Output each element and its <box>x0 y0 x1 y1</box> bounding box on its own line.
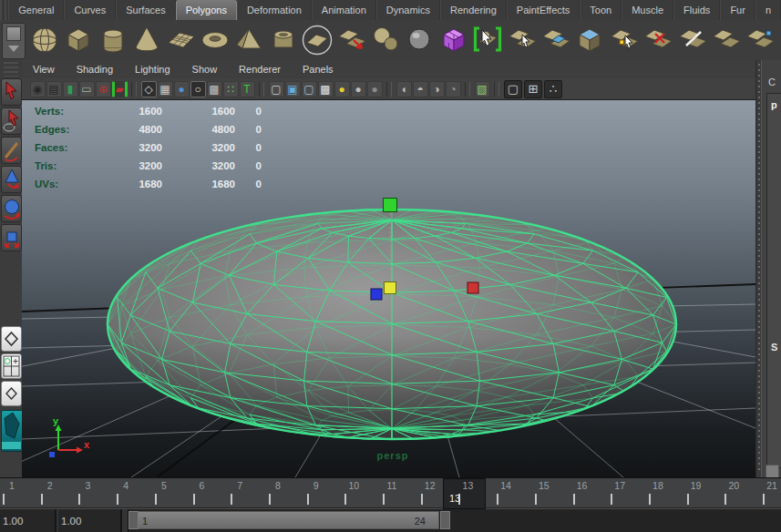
select-tool-button[interactable] <box>1 78 22 106</box>
smooth-mesh-icon[interactable] <box>336 23 367 56</box>
pan-zoom-icon[interactable]: ⊕ <box>96 81 111 97</box>
append-polygon-icon[interactable] <box>507 23 538 56</box>
frame-tick[interactable] <box>3 494 5 505</box>
frame-tick[interactable] <box>611 494 612 505</box>
manipulator-center-handle[interactable] <box>385 282 396 294</box>
poly-display-icon[interactable]: ▢ <box>504 80 522 98</box>
tab-deformation[interactable]: Deformation <box>237 0 312 20</box>
frame-number[interactable]: 16 <box>577 480 588 491</box>
grease-pencil-icon[interactable]: ▰ <box>112 81 128 97</box>
frame-tick[interactable] <box>307 494 309 505</box>
menu-shading[interactable]: Shading <box>66 64 124 75</box>
layout-four-pane-button[interactable] <box>1 353 22 379</box>
tab-curves[interactable]: Curves <box>64 0 116 20</box>
tab-animation[interactable]: Animation <box>312 0 376 20</box>
frame-tick[interactable] <box>724 494 726 505</box>
range-slider-track[interactable]: 1 24 <box>128 509 781 532</box>
flat-light-icon[interactable]: ◓ <box>413 81 428 97</box>
film-gate-icon[interactable]: ▦ <box>158 81 173 97</box>
default-light-icon[interactable]: ● <box>334 81 350 97</box>
hull-cube-icon[interactable]: ▢ <box>302 81 317 97</box>
frame-tick[interactable] <box>155 494 157 505</box>
frame-number[interactable]: 17 <box>614 480 625 491</box>
poly-platonic-icon[interactable] <box>302 23 333 56</box>
tab-polygons[interactable]: Polygons <box>176 0 237 20</box>
poly-pyramid-icon[interactable] <box>233 23 264 56</box>
menu-renderer[interactable]: Renderer <box>228 64 292 75</box>
poly-cone-icon[interactable] <box>131 23 162 56</box>
layout-single-pane-button[interactable] <box>1 326 22 352</box>
frame-tick[interactable] <box>231 494 232 505</box>
combine-icon[interactable] <box>540 23 571 56</box>
playback-start-field[interactable]: 1.00 <box>0 509 57 532</box>
frame-number[interactable]: 1 <box>9 480 15 491</box>
frame-tick[interactable] <box>497 494 498 505</box>
frame-number[interactable]: 5 <box>161 480 167 491</box>
add-divisions-icon[interactable] <box>745 23 776 56</box>
image-plane-icon[interactable]: ▭ <box>79 81 95 97</box>
shadows-icon[interactable]: ● <box>367 81 383 97</box>
lasso-tool-button[interactable] <box>1 107 22 135</box>
frame-number[interactable]: 6 <box>200 480 205 491</box>
subdiv-cube-icon[interactable]: ▢ <box>269 81 284 97</box>
layered-display-icon[interactable]: ⊞ <box>524 80 542 98</box>
frame-tick[interactable] <box>78 494 80 505</box>
frame-tick[interactable] <box>269 494 271 505</box>
menu-panels[interactable]: Panels <box>292 64 344 75</box>
frame-number[interactable]: 10 <box>348 480 359 491</box>
sculpt-geometry-icon[interactable] <box>370 23 401 56</box>
viewport[interactable]: Verts:160016000Edges:480048000Faces:3200… <box>22 100 755 477</box>
tab-n[interactable]: n <box>755 0 781 20</box>
tab-surfaces[interactable]: Surfaces <box>116 0 175 20</box>
checker-icon[interactable]: ▩ <box>318 81 334 97</box>
rotate-tool-button[interactable] <box>1 195 22 222</box>
tab-painteffects[interactable]: PaintEffects <box>507 0 581 20</box>
bookmark-icon[interactable]: ▮ <box>63 81 78 97</box>
poly-pipe-icon[interactable] <box>268 23 299 56</box>
layout-preset-button[interactable] <box>1 410 24 452</box>
shelf-switcher-dropdown-icon[interactable] <box>8 46 19 52</box>
animation-start-field[interactable]: 1.00 <box>58 509 122 532</box>
frame-number[interactable]: 14 <box>500 480 511 491</box>
xray-mode-icon[interactable]: ▩ <box>207 81 222 97</box>
isolate-select-icon[interactable]: ▧ <box>475 81 490 97</box>
range-slider-right-handle[interactable] <box>440 511 450 529</box>
offset-edge-loop-icon[interactable] <box>711 23 742 56</box>
frame-number[interactable]: 9 <box>313 480 319 491</box>
tab-fur[interactable]: Fur <box>720 0 755 20</box>
frame-number[interactable]: 3 <box>85 480 90 491</box>
frame-number[interactable]: 7 <box>237 480 242 491</box>
move-tool-button[interactable] <box>1 166 22 193</box>
range-slider-range[interactable]: 1 24 <box>133 511 439 529</box>
poly-cylinder-icon[interactable] <box>98 23 128 56</box>
all-lights-icon[interactable]: ● <box>351 81 366 97</box>
tab-rendering[interactable]: Rendering <box>440 0 507 20</box>
time-slider[interactable]: 13 123456789101112131415161718192021 <box>0 477 781 508</box>
frame-tick[interactable] <box>421 494 423 505</box>
frame-number[interactable]: 2 <box>47 480 53 491</box>
menu-lighting[interactable]: Lighting <box>124 64 181 75</box>
frame-tick[interactable] <box>193 494 195 505</box>
boolean-icon[interactable] <box>574 23 605 56</box>
tab-fluids[interactable]: Fluids <box>673 0 720 20</box>
frame-tick[interactable] <box>573 494 575 505</box>
share-icon[interactable]: ∴ <box>544 80 562 98</box>
shelf-switcher-button[interactable] <box>6 26 21 41</box>
manipulator-z-handle[interactable] <box>371 289 382 300</box>
split-polygon-icon[interactable] <box>609 23 640 56</box>
frame-number[interactable]: 18 <box>653 480 663 491</box>
smooth-preview-icon[interactable] <box>404 23 435 56</box>
frame-tick[interactable] <box>383 494 385 505</box>
frame-number[interactable]: 12 <box>425 480 436 491</box>
frame-tick[interactable] <box>535 494 537 505</box>
frame-tick[interactable] <box>344 494 346 505</box>
frame-tick[interactable] <box>763 494 765 505</box>
vertex-color-icon[interactable]: ∷ <box>223 81 239 97</box>
frame-number[interactable]: 21 <box>766 480 777 491</box>
channel-box-menu-partial[interactable]: C <box>768 77 776 87</box>
tab-dynamics[interactable]: Dynamics <box>376 0 440 20</box>
manipulator-y-handle[interactable] <box>384 199 397 212</box>
half-light-icon[interactable]: ◑ <box>429 81 445 97</box>
ao-bust-icon[interactable]: ◖ <box>396 81 412 97</box>
smooth-cube-icon[interactable]: ▣ <box>285 81 301 97</box>
